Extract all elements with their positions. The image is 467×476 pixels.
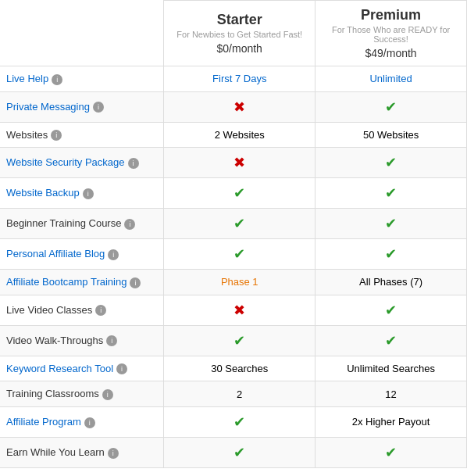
feature-name: Live Video Classes	[6, 304, 92, 316]
premium-value: ✔	[315, 325, 467, 356]
info-icon[interactable]: i	[102, 389, 113, 400]
premium-plan-price: $49/month	[323, 47, 458, 59]
feature-name: Website Security Package	[6, 156, 125, 168]
info-icon[interactable]: i	[106, 335, 117, 346]
starter-value: First 7 Days	[164, 66, 315, 92]
info-icon[interactable]: i	[124, 219, 135, 230]
feature-cell: Beginner Training Coursei	[0, 209, 164, 239]
premium-value: 2x Higher Payout	[315, 406, 467, 437]
starter-value: ✔	[164, 239, 315, 270]
starter-plan-price: $0/month	[172, 42, 307, 55]
table-row: Live HelpiFirst 7 DaysUnlimited	[0, 66, 467, 92]
premium-value: ✔	[315, 91, 467, 122]
feature-cell: Video Walk-Throughsi	[0, 325, 164, 356]
premium-value: All Phases (7)	[315, 270, 467, 295]
feature-cell: Websitesi	[0, 122, 164, 148]
table-row: Website Backupi✔✔	[0, 178, 467, 209]
info-icon[interactable]: i	[83, 188, 94, 199]
starter-value: ✔	[164, 209, 315, 239]
premium-value: 12	[315, 381, 467, 407]
starter-value: 2 Websites	[164, 122, 315, 148]
feature-name: Training Classrooms	[6, 388, 99, 399]
info-icon[interactable]: i	[128, 158, 139, 169]
starter-value: 2	[164, 381, 315, 407]
starter-value: ✔	[164, 325, 315, 356]
premium-value: ✔	[315, 178, 467, 209]
premium-value: Unlimited	[315, 66, 467, 92]
info-icon[interactable]: i	[52, 74, 62, 85]
info-icon[interactable]: i	[84, 417, 95, 428]
info-icon[interactable]: i	[108, 448, 119, 459]
feature-name: Website Backup	[6, 187, 80, 199]
comparison-table: Starter For Newbies to Get Started Fast!…	[0, 0, 467, 468]
starter-value: ✔	[164, 406, 315, 437]
premium-plan-subtitle: For Those Who are READY for Success!	[323, 25, 458, 44]
feature-name: Earn While You Learn	[6, 446, 105, 458]
starter-value: Phase 1	[164, 270, 315, 295]
table-row: Affiliate Programi✔2x Higher Payout	[0, 406, 467, 437]
starter-header: Starter For Newbies to Get Started Fast!…	[164, 1, 315, 66]
premium-value: ✔	[315, 209, 467, 239]
header-row: Starter For Newbies to Get Started Fast!…	[0, 1, 467, 66]
premium-plan-name: Premium	[323, 7, 458, 23]
info-icon[interactable]: i	[116, 363, 127, 374]
premium-value: ✔	[315, 295, 467, 325]
info-icon[interactable]: i	[93, 102, 104, 113]
table-row: Live Video Classesi✖✔	[0, 295, 467, 325]
feature-name: Live Help	[6, 73, 48, 84]
premium-value: ✔	[315, 239, 467, 270]
starter-value: ✔	[164, 178, 315, 209]
table-row: Beginner Training Coursei✔✔	[0, 209, 467, 239]
starter-value: ✖	[164, 91, 315, 122]
feature-name: Websites	[6, 129, 48, 141]
table-row: Earn While You Learni✔✔	[0, 437, 467, 467]
table-row: Personal Affiliate Blogi✔✔	[0, 239, 467, 270]
feature-name: Keyword Research Tool	[6, 363, 113, 374]
premium-value: ✔	[315, 437, 467, 467]
table-row: Video Walk-Throughsi✔✔	[0, 325, 467, 356]
premium-value: 50 Websites	[315, 122, 467, 148]
table-row: Private Messagingi✖✔	[0, 91, 467, 122]
premium-value: Unlimited Searches	[315, 356, 467, 381]
table-row: Affiliate Bootcamp TrainingiPhase 1All P…	[0, 270, 467, 295]
feature-cell: Personal Affiliate Blogi	[0, 239, 164, 270]
feature-cell: Website Backupi	[0, 178, 164, 209]
feature-name: Affiliate Program	[6, 416, 81, 428]
feature-cell: Live Helpi	[0, 66, 164, 92]
feature-cell: Affiliate Programi	[0, 406, 164, 437]
starter-value: ✖	[164, 295, 315, 325]
table-row: Website Security Packagei✖✔	[0, 148, 467, 178]
info-icon[interactable]: i	[95, 305, 106, 316]
feature-cell: Private Messagingi	[0, 91, 164, 122]
starter-plan-name: Starter	[172, 12, 307, 28]
feature-cell: Training Classroomsi	[0, 381, 164, 407]
feature-name: Beginner Training Course	[6, 217, 121, 229]
starter-plan-subtitle: For Newbies to Get Started Fast!	[172, 30, 307, 39]
feature-cell: Website Security Packagei	[0, 148, 164, 178]
info-icon[interactable]: i	[130, 277, 141, 288]
premium-header: Premium For Those Who are READY for Succ…	[315, 1, 467, 66]
table-row: Websitesi2 Websites50 Websites	[0, 122, 467, 148]
starter-value: ✔	[164, 437, 315, 467]
starter-value: 30 Searches	[164, 356, 315, 381]
starter-value: ✖	[164, 148, 315, 178]
feature-name: Private Messaging	[6, 101, 90, 113]
feature-name: Affiliate Bootcamp Training	[6, 276, 127, 288]
table-row: Training Classroomsi212	[0, 381, 467, 407]
feature-cell: Earn While You Learni	[0, 437, 164, 467]
feature-cell: Live Video Classesi	[0, 295, 164, 325]
info-icon[interactable]: i	[108, 249, 119, 260]
info-icon[interactable]: i	[51, 130, 62, 141]
feature-header	[0, 1, 164, 66]
premium-value: ✔	[315, 148, 467, 178]
feature-cell: Keyword Research Tooli	[0, 356, 164, 381]
feature-name: Video Walk-Throughs	[6, 335, 103, 346]
feature-cell: Affiliate Bootcamp Trainingi	[0, 270, 164, 295]
feature-name: Personal Affiliate Blog	[6, 248, 105, 259]
table-row: Keyword Research Tooli30 SearchesUnlimit…	[0, 356, 467, 381]
